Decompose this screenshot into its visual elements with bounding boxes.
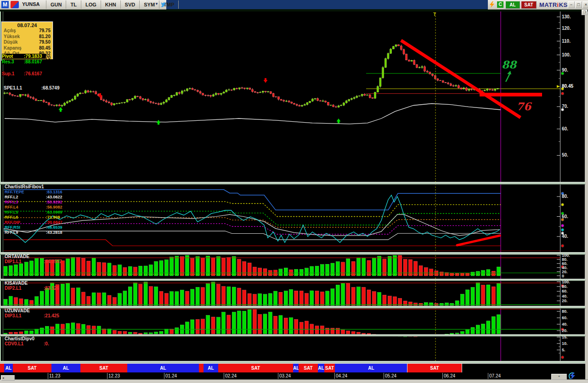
window-right-border — [585, 9, 588, 379]
chevron-down-icon[interactable]: ▼ — [155, 2, 158, 6]
matriks-symbol-icon — [11, 1, 19, 8]
twitter-icon[interactable] — [161, 1, 168, 10]
info-box-row: Düşük79.50 — [2, 39, 52, 45]
level-value: :88.0167 — [24, 59, 42, 64]
info-label: Açılış — [4, 28, 16, 34]
matriks-chart-window: M YUNSA GUNTLLOGKHNSVDSYMTMP ▼ C AL SAT … — [0, 0, 588, 383]
info-value: 81.20 — [39, 34, 51, 40]
info-box-row: Açılış79.75 — [2, 28, 52, 34]
toolbar-button-svd[interactable]: SVD — [120, 0, 140, 9]
signal-segment-sat: SAT — [407, 364, 462, 372]
x-axis-label-12.23: 12.23 — [107, 373, 120, 379]
info-value: 79.75 — [39, 28, 51, 34]
x-axis-label-03.24: 03.24 — [278, 373, 291, 379]
toolbar-button-khn[interactable]: KHN — [101, 0, 120, 9]
signal-segment-al: AL — [293, 364, 299, 372]
x-axis-label-05.24: 05.24 — [384, 373, 396, 379]
level-name: Pivot — [2, 54, 24, 59]
signal-segment-sat: SAT — [80, 364, 127, 372]
signal-segment-al: AL — [4, 364, 13, 372]
panel-left-border — [0, 11, 1, 363]
sell-button[interactable]: SAT — [521, 1, 537, 9]
panel-separator[interactable] — [0, 306, 585, 309]
bottom-window-border — [0, 379, 588, 383]
toolbar-button-tl[interactable]: TL — [66, 0, 80, 9]
info-box-row: Kapanış80.45 — [2, 45, 52, 51]
maximize-button[interactable]: □ — [575, 1, 582, 8]
info-box-date: 08.07.24 — [2, 22, 52, 28]
signal-segment-al: AL — [335, 364, 407, 372]
signal-segment-al: AL — [204, 364, 218, 372]
brand-logo: MATRiKS — [539, 1, 568, 8]
toolbar-button-gun[interactable]: GUN — [46, 0, 66, 9]
panel-separator[interactable] — [0, 182, 585, 185]
signal-segment-sat: SAT — [218, 364, 293, 372]
scrollbar-left-button[interactable]: ◂ — [1, 375, 15, 381]
x-axis-label-06.24: 06.24 — [442, 373, 455, 379]
child-window-restore-button[interactable]: ❒ — [582, 10, 588, 15]
al-sat-signal-bar: ALSATALSATALALSATALSATALSATALSAT — [0, 363, 585, 372]
app-icon[interactable]: M — [1, 1, 9, 8]
buy-button[interactable]: AL — [505, 1, 520, 9]
level-name: Sup.1 — [2, 71, 24, 76]
level-value: :76.6167 — [24, 71, 42, 76]
panel-separator[interactable] — [0, 334, 585, 337]
signal-segment-blank — [0, 364, 4, 372]
toolbar-buttons: GUNTLLOGKHNSVDSYMTMP — [46, 0, 179, 9]
x-axis-label-11.23: 11.23 — [48, 373, 60, 379]
info-box-row: Yüksek81.20 — [2, 34, 52, 40]
info-value: 80.45 — [39, 45, 51, 51]
panel-separator[interactable] — [0, 252, 585, 255]
chart-canvas[interactable] — [0, 0, 588, 383]
level-value: :79.1833 — [24, 54, 42, 59]
signal-segment-sat: SAT — [299, 364, 318, 372]
info-label: Yüksek — [4, 34, 20, 40]
x-axis-label-07.24: 07.24 — [488, 373, 501, 379]
info-value: 79.50 — [39, 39, 51, 45]
brand-pre: MATR — [539, 1, 557, 8]
signal-segment-al: AL — [127, 364, 199, 372]
close-button[interactable]: × — [582, 1, 588, 8]
x-axis-label-02.24: 02.24 — [224, 373, 237, 379]
lightning-icon[interactable] — [489, 1, 495, 10]
signal-segment-blank — [199, 364, 204, 372]
signal-segment-al: AL — [318, 364, 324, 372]
scrollbar-thumb-button[interactable]: + — [551, 374, 567, 380]
x-axis: 11.2312.2301.2402.2403.2404.2405.2406.24… — [0, 372, 585, 379]
window-buttons: −□× — [568, 1, 588, 8]
info-label: Kapanış — [4, 45, 22, 51]
symbol-name[interactable]: YUNSA — [22, 1, 40, 7]
title-bar: M YUNSA GUNTLLOGKHNSVDSYMTMP ▼ C AL SAT … — [0, 0, 588, 9]
brand-post: KS — [559, 1, 568, 8]
signal-segment-sat: SAT — [324, 364, 335, 372]
bottom-right-icons — [569, 372, 588, 380]
level-label-pivot: Pivot:79.1833 — [2, 54, 46, 59]
title-bar-left-panel: M YUNSA GUNTLLOGKHNSVDSYMTMP ▼ — [0, 0, 166, 10]
panel-separator[interactable] — [0, 279, 585, 281]
c-tool-icon[interactable]: C — [497, 1, 503, 8]
level-label-sup1: Sup.1:76.6167 — [2, 71, 62, 76]
signal-segment-sat: SAT — [13, 364, 51, 372]
info-box-rows: Açılış79.75Yüksek81.20Düşük79.50Kapanış8… — [2, 28, 52, 57]
level-label-res3: Res.3:88.0167 — [2, 59, 62, 64]
x-axis-label-04.24: 04.24 — [334, 373, 347, 379]
info-label: Düşük — [4, 39, 18, 45]
x-axis-label-01.24: 01.24 — [164, 373, 177, 379]
level-name: Res.3 — [2, 59, 24, 64]
lightning-status-icon[interactable] — [569, 374, 576, 382]
signal-segment-al: AL — [51, 364, 80, 372]
minimize-button[interactable]: − — [568, 1, 575, 8]
toolbar-button-log[interactable]: LOG — [81, 0, 101, 9]
